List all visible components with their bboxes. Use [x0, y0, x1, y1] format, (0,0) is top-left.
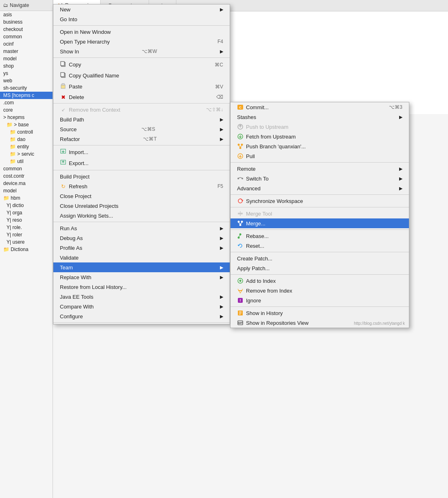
menu-item-ignore[interactable]: ! Ignore — [231, 295, 409, 305]
sidebar-item[interactable]: model — [0, 187, 53, 194]
delete-icon: ✖ — [60, 94, 66, 100]
menu-label: Remote — [237, 166, 256, 172]
menu-item-push-branch[interactable]: Push Branch 'quanxian'... — [231, 141, 409, 151]
sidebar-item[interactable]: checkout — [0, 26, 53, 33]
sidebar-item[interactable]: common — [0, 165, 53, 172]
menu-item-open-new-window[interactable]: Open in New Window — [53, 27, 230, 37]
sidebar-item[interactable]: ys — [0, 70, 53, 77]
menu-item-advanced[interactable]: Advanced ▶ — [231, 183, 409, 193]
svg-text:GIT: GIT — [238, 322, 243, 324]
menu-item-create-patch[interactable]: Create Patch... — [231, 253, 409, 263]
sidebar-item[interactable]: Y| roler — [0, 231, 53, 238]
menu-item-close-project[interactable]: Close Project — [53, 191, 230, 201]
menu-item-team[interactable]: Team ▶ — [53, 262, 230, 272]
menu-item-build-path[interactable]: Build Path ▶ — [53, 115, 230, 124]
show-repo-icon: GIT — [237, 320, 244, 326]
menu-label: Switch To — [246, 176, 268, 182]
menu-item-close-unrelated[interactable]: Close Unrelated Projects — [53, 201, 230, 211]
menu-item-java-ee-tools[interactable]: Java EE Tools ▶ — [53, 292, 230, 302]
menu-item-replace-with[interactable]: Replace With ▶ — [53, 272, 230, 282]
menu-item-remote[interactable]: Remote ▶ — [231, 164, 409, 174]
menu-item-new[interactable]: New ▶ — [53, 4, 230, 14]
menu-item-sync-workspace[interactable]: Synchronize Workspace — [231, 196, 409, 206]
sidebar-item[interactable]: 📁 util — [0, 158, 53, 165]
sidebar-item[interactable]: ocinf — [0, 40, 53, 48]
menu-item-remove-from-index[interactable]: Remove from Index — [231, 286, 409, 295]
sidebar-item[interactable]: 📁 dao — [0, 136, 53, 143]
svg-point-31 — [239, 224, 242, 226]
sidebar-item[interactable]: > hcepms — [0, 114, 53, 121]
svg-line-19 — [239, 146, 240, 147]
sidebar-item[interactable]: device.ma — [0, 180, 53, 187]
menu-item-configure[interactable]: Configure ▶ — [53, 311, 230, 321]
menu-item-restore-history[interactable]: Restore from Local History... — [53, 282, 230, 292]
menu-item-add-to-index[interactable]: Add to Index — [231, 276, 409, 286]
sidebar-item[interactable]: Y| reso — [0, 216, 53, 224]
menu-item-switch-to[interactable]: Switch To ▶ — [231, 174, 409, 183]
menu-item-delete[interactable]: ✖ Delete ⌫ — [53, 92, 230, 102]
menu-label: Export... — [69, 160, 88, 166]
menu-item-go-into[interactable]: Go Into — [53, 14, 230, 24]
menu-item-fetch-upstream[interactable]: Fetch from Upstream — [231, 132, 409, 141]
menu-item-remove-context: ↙ Remove from Context ⌥⇧⌘↓ — [53, 105, 230, 115]
menu-item-merge[interactable]: Merge... — [231, 218, 409, 228]
menu-item-copy-qualified[interactable]: Copy Qualified Name — [53, 70, 230, 81]
sidebar-item[interactable]: sh-security — [0, 84, 53, 92]
menu-item-show-history[interactable]: Show in History — [231, 308, 409, 318]
menu-item-pull[interactable]: Pull — [231, 151, 409, 161]
sidebar-item[interactable]: business — [0, 18, 53, 26]
sidebar-item[interactable]: MS [hcepms c — [0, 92, 53, 99]
sidebar-item[interactable]: common — [0, 33, 53, 40]
menu-item-assign-working-sets[interactable]: Assign Working Sets... — [53, 211, 230, 220]
sidebar-item[interactable]: master — [0, 48, 53, 55]
menu-label: Synchronize Workspace — [246, 198, 303, 204]
menu-label: Refresh — [69, 183, 88, 190]
menu-label: Import... — [69, 149, 88, 155]
sidebar-item[interactable]: Y| role. — [0, 224, 53, 231]
menu-label: Push Branch 'quanxian'... — [246, 143, 306, 150]
sidebar-item[interactable]: 📁 hbm — [0, 194, 53, 202]
menu-label: Merge Tool — [246, 211, 272, 217]
sidebar-item[interactable]: shop — [0, 62, 53, 70]
menu-item-copy[interactable]: Copy ⌘C — [53, 59, 230, 70]
sidebar-item[interactable]: Y| orga — [0, 209, 53, 216]
menu-item-profile-as[interactable]: Profile As ▶ — [53, 243, 230, 253]
fetch-icon — [237, 133, 244, 140]
menu-item-stashes[interactable]: Stashes ▶ — [231, 112, 409, 122]
menu-item-refactor[interactable]: Refactor ⌥⌘T ▶ — [53, 134, 230, 144]
menu-item-source[interactable]: Source ⌥⌘S ▶ — [53, 124, 230, 134]
sidebar-item[interactable]: 📁 entity — [0, 143, 53, 150]
sidebar-item[interactable]: 📁 Dictiona — [0, 246, 53, 253]
menu-item-refresh[interactable]: ↻ Refresh F5 — [53, 181, 230, 191]
sidebar-item[interactable]: asis — [0, 11, 53, 18]
sidebar-item[interactable]: 📁 > base — [0, 121, 53, 128]
menu-item-show-in[interactable]: Show In ⌥⌘W ▶ — [53, 46, 230, 56]
sidebar-item[interactable]: Y| usere — [0, 238, 53, 246]
sidebar-item[interactable]: core — [0, 106, 53, 114]
menu-item-export[interactable]: Export... — [53, 158, 230, 169]
sidebar-item[interactable]: model — [0, 55, 53, 62]
menu-item-debug-as[interactable]: Debug As ▶ — [53, 233, 230, 243]
menu-item-build-project[interactable]: Build Project — [53, 172, 230, 181]
sidebar-item[interactable]: .com — [0, 99, 53, 106]
shortcut-label: ⌘C — [215, 62, 223, 68]
sidebar-item[interactable]: 📁 controll — [0, 128, 53, 136]
menu-item-merge-tool: Merge Tool — [231, 209, 409, 218]
context-menu-right: C Commit... ⌥⌘3 Stashes ▶ Push to Upstre… — [230, 102, 409, 328]
menu-item-compare-with[interactable]: Compare With ▶ — [53, 302, 230, 311]
shortcut-label: F5 — [217, 183, 223, 189]
menu-item-apply-patch[interactable]: Apply Patch... — [231, 263, 409, 273]
menu-item-reset[interactable]: Reset... — [231, 241, 409, 251]
menu-item-paste[interactable]: Paste ⌘V — [53, 81, 230, 92]
menu-item-commit[interactable]: C Commit... ⌥⌘3 — [231, 102, 409, 112]
sidebar-item[interactable]: 📁 > servic — [0, 150, 53, 158]
menu-item-rebase[interactable]: Rebase... — [231, 231, 409, 241]
sidebar-item[interactable]: web — [0, 77, 53, 84]
menu-item-open-type-hierarchy[interactable]: Open Type Hierarchy F4 — [53, 37, 230, 46]
sidebar-item[interactable]: Y| dictio — [0, 202, 53, 209]
watermark: http://blog.csdn.net/ytangd k — [354, 321, 405, 326]
menu-item-validate[interactable]: Validate — [53, 253, 230, 262]
sidebar-item[interactable]: cost.contr — [0, 172, 53, 180]
menu-item-import[interactable]: Import... — [53, 147, 230, 158]
menu-item-run-as[interactable]: Run As ▶ — [53, 223, 230, 233]
